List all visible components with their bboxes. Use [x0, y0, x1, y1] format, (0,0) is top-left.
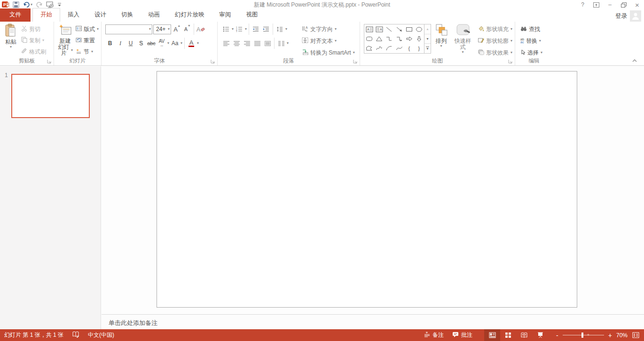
shape-scribble[interactable]: [374, 44, 384, 53]
sign-in-button[interactable]: 登录: [615, 12, 627, 20]
strikethrough-button[interactable]: abc: [147, 38, 156, 48]
reset-button[interactable]: 重置: [74, 35, 100, 46]
layout-dropdown-icon[interactable]: ▾: [97, 27, 99, 31]
notes-placeholder[interactable]: 单击此处添加备注: [109, 319, 157, 327]
shape-arrow-right[interactable]: [404, 34, 414, 43]
font-size-dropdown-icon[interactable]: ▾: [168, 27, 170, 31]
section-dropdown-icon[interactable]: ▾: [91, 50, 93, 54]
line-spacing-dropdown-icon[interactable]: ▾: [285, 27, 287, 31]
format-painter-button[interactable]: 格式刷: [20, 47, 47, 57]
change-case-dropdown-icon[interactable]: ▾: [181, 41, 182, 45]
select-button[interactable]: 选择 ▾: [519, 48, 552, 58]
quick-styles-button[interactable]: 快速样式 ▾: [451, 23, 474, 58]
gallery-scroll-down-icon[interactable]: ▼: [424, 34, 431, 44]
columns-dropdown-icon[interactable]: ▾: [287, 41, 289, 45]
shape-fill-button[interactable]: 形状填充 ▾: [476, 24, 514, 34]
font-color-button[interactable]: A: [187, 38, 196, 48]
shape-outline-dropdown-icon[interactable]: ▾: [510, 39, 512, 43]
tab-transitions[interactable]: 切换: [114, 8, 141, 22]
font-name-combobox[interactable]: ▾: [105, 24, 152, 34]
shape-textbox-vertical[interactable]: A: [374, 24, 384, 34]
tab-animations[interactable]: 动画: [141, 8, 167, 22]
arrange-dropdown-icon[interactable]: ▾: [440, 44, 442, 48]
numbering-dropdown-icon[interactable]: ▾: [245, 27, 247, 31]
new-slide-button[interactable]: 新建 幻灯片▾: [56, 23, 74, 58]
shape-fill-dropdown-icon[interactable]: ▾: [510, 27, 512, 31]
zoom-out-button[interactable]: -: [555, 332, 560, 339]
character-spacing-dropdown-icon[interactable]: ▾: [167, 41, 169, 45]
font-color-dropdown-icon[interactable]: ▾: [197, 41, 199, 45]
copy-button[interactable]: 复制 ▾: [20, 35, 47, 46]
shape-elbow-arrow-connector[interactable]: [394, 34, 404, 43]
numbering-button[interactable]: 123: [235, 24, 244, 34]
close-button[interactable]: ×: [630, 0, 644, 9]
character-spacing-button[interactable]: AV↔: [157, 38, 166, 48]
shape-arrow[interactable]: [394, 24, 404, 34]
change-case-button[interactable]: Aa: [170, 38, 180, 48]
collapse-ribbon-icon[interactable]: [632, 57, 637, 64]
shape-textbox-horizontal[interactable]: A: [364, 24, 374, 34]
clear-formatting-button[interactable]: A: [196, 24, 205, 34]
shape-arrow-down[interactable]: [414, 34, 424, 43]
tab-file[interactable]: 文件: [0, 8, 31, 22]
text-shadow-button[interactable]: S: [136, 38, 146, 48]
drawing-dialog-launcher-icon[interactable]: [508, 59, 513, 64]
minimize-button[interactable]: –: [603, 0, 617, 9]
convert-to-smartart-button[interactable]: 转换为 SmartArt ▾: [300, 48, 356, 58]
view-slideshow-button[interactable]: [532, 329, 548, 341]
slide-thumbnail[interactable]: [11, 74, 90, 118]
slide-thumbnail-panel[interactable]: 1: [0, 66, 101, 329]
paste-dropdown-icon[interactable]: ▾: [10, 45, 12, 49]
bold-button[interactable]: B: [105, 38, 115, 48]
notes-pane[interactable]: 单击此处添加备注: [102, 315, 644, 329]
view-slide-sorter-button[interactable]: [500, 329, 516, 341]
shape-curve[interactable]: [394, 44, 404, 53]
smartart-dropdown-icon[interactable]: ▾: [353, 51, 355, 55]
copy-dropdown-icon[interactable]: ▾: [42, 39, 44, 42]
save-button[interactable]: [13, 0, 20, 9]
decrease-font-size-button[interactable]: A▾: [182, 24, 192, 34]
help-button[interactable]: ?: [576, 0, 589, 9]
undo-dropdown-icon[interactable]: ▾: [31, 3, 32, 7]
align-right-button[interactable]: [242, 38, 251, 48]
tab-design[interactable]: 设计: [87, 8, 114, 22]
columns-button[interactable]: [276, 38, 286, 48]
tab-insert[interactable]: 插入: [60, 8, 87, 22]
tab-home[interactable]: 开始: [32, 8, 60, 22]
comments-toggle-button[interactable]: 批注: [448, 329, 477, 341]
avatar[interactable]: [630, 10, 641, 22]
spell-check-icon[interactable]: [72, 331, 79, 339]
shape-triangle[interactable]: [374, 34, 384, 43]
tab-slideshow[interactable]: 幻灯片放映: [167, 8, 212, 22]
align-text-button[interactable]: 对齐文本 ▾: [300, 36, 356, 46]
paragraph-dialog-launcher-icon[interactable]: [353, 59, 358, 64]
shape-rounded-rectangle[interactable]: [364, 34, 374, 43]
shape-arc[interactable]: [384, 44, 394, 53]
select-dropdown-icon[interactable]: ▾: [541, 51, 542, 55]
line-spacing-button[interactable]: [275, 24, 284, 34]
layout-button[interactable]: 版式 ▾: [74, 24, 100, 34]
align-center-button[interactable]: [232, 38, 241, 48]
increase-indent-button[interactable]: [261, 24, 271, 34]
clipboard-dialog-launcher-icon[interactable]: [47, 59, 52, 64]
section-button[interactable]: 节 ▾: [74, 47, 100, 57]
distribute-text-button[interactable]: [263, 38, 272, 48]
decrease-indent-button[interactable]: [251, 24, 260, 34]
slide-canvas[interactable]: [157, 71, 577, 308]
shape-elbow-connector[interactable]: [384, 34, 394, 43]
font-size-combobox[interactable]: 24+ ▾: [153, 24, 171, 34]
slide-counter[interactable]: 幻灯片 第 1 张，共 1 张: [4, 331, 63, 339]
arrange-button[interactable]: 排列 ▾: [433, 23, 449, 58]
italic-button[interactable]: I: [116, 38, 125, 48]
language-indicator[interactable]: 中文(中国): [88, 331, 114, 339]
shape-outline-button[interactable]: 形状轮廓 ▾: [476, 36, 514, 46]
shape-oval[interactable]: [414, 24, 424, 34]
gallery-more-icon[interactable]: ▼: [424, 44, 431, 53]
zoom-level[interactable]: 70%: [613, 329, 630, 341]
find-button[interactable]: 查找: [519, 24, 552, 34]
bullets-button[interactable]: [221, 24, 231, 34]
replace-dropdown-icon[interactable]: ▾: [539, 39, 541, 43]
shape-freeform[interactable]: [364, 44, 374, 53]
shape-line[interactable]: [384, 24, 394, 34]
paste-button[interactable]: 粘贴 ▾: [2, 23, 20, 58]
